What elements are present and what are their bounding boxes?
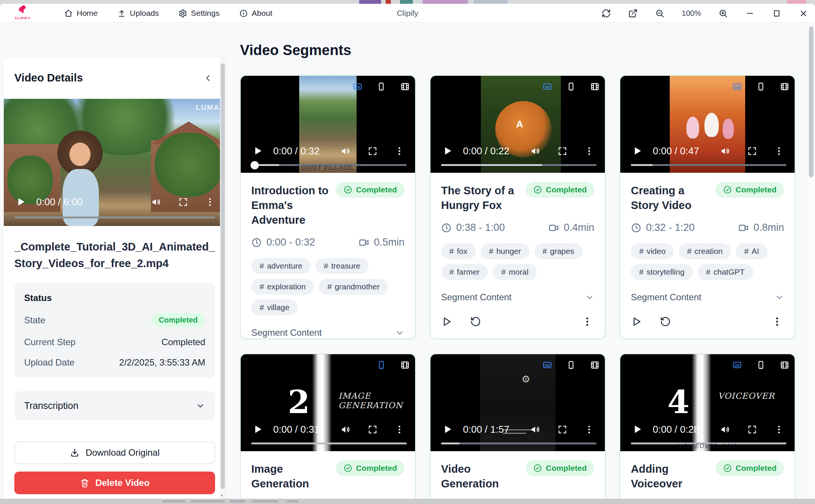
segment-content-toggle[interactable]: Segment Content <box>631 292 784 303</box>
sidebar-scrollbar-thumb[interactable] <box>221 63 225 489</box>
captions-toggle-button[interactable] <box>732 82 742 91</box>
more-options-button[interactable] <box>394 424 404 435</box>
more-options-button[interactable] <box>205 197 215 207</box>
video-progress-bar[interactable] <box>441 164 597 166</box>
more-options-button[interactable] <box>584 146 594 156</box>
zoom-in-button[interactable] <box>718 9 728 18</box>
mute-button[interactable] <box>341 424 351 435</box>
mute-button[interactable] <box>531 146 541 156</box>
mute-button[interactable] <box>531 424 541 435</box>
nav-item-uploads[interactable]: Uploads <box>117 9 159 18</box>
play-segment-button[interactable] <box>631 316 642 327</box>
fullscreen-button[interactable] <box>557 146 567 156</box>
check-circle-icon <box>343 185 352 194</box>
segment-video-player[interactable]: A 0:00 / 0:22 <box>431 76 605 173</box>
play-button[interactable] <box>251 424 265 435</box>
close-button[interactable] <box>799 9 808 18</box>
segment-video-player[interactable]: ⚙ 0:00 / 1:57 <box>431 354 605 451</box>
smartphone-toggle-button[interactable] <box>756 82 766 91</box>
captions-toggle-button[interactable] <box>543 82 552 91</box>
regenerate-segment-button[interactable] <box>660 316 671 327</box>
open-external-button[interactable] <box>628 9 638 18</box>
play-button[interactable] <box>630 424 644 435</box>
hash-icon: # <box>706 267 710 276</box>
film-toggle-button[interactable] <box>400 360 410 370</box>
smartphone-toggle-button[interactable] <box>566 360 576 370</box>
segment-menu-button[interactable] <box>582 316 593 327</box>
segment-menu-button[interactable] <box>772 316 783 327</box>
play-button[interactable] <box>440 424 455 435</box>
film-toggle-button[interactable] <box>400 82 410 91</box>
transcription-toggle[interactable]: Transcription <box>14 391 215 420</box>
segment-title: Introduction to Emma's Adventure <box>251 183 330 227</box>
smartphone-toggle-button[interactable] <box>377 82 386 91</box>
segment-video-player[interactable]: 2IMAGE GENERATION 0:00 / 0:31 <box>241 354 415 451</box>
nav-item-about[interactable]: About <box>239 9 272 18</box>
more-options-button[interactable] <box>584 424 594 435</box>
film-toggle-button[interactable] <box>780 360 789 370</box>
segment-video-player[interactable]: 0:00 / 0:47 <box>620 76 795 173</box>
download-original-button[interactable]: Download Original <box>14 441 215 464</box>
play-segment-button[interactable] <box>441 316 452 327</box>
mute-button[interactable] <box>720 424 730 435</box>
window-controls: 100% <box>601 4 808 23</box>
film-toggle-button[interactable] <box>590 360 600 370</box>
main-scrollbar-thumb[interactable] <box>809 26 813 177</box>
maximize-button[interactable] <box>772 9 781 18</box>
segment-tags: #adventure#treasure#exploration#grandmot… <box>251 258 404 315</box>
more-options-button[interactable] <box>394 146 404 156</box>
hash-icon: # <box>260 261 264 270</box>
nav-item-settings[interactable]: Settings <box>178 9 220 18</box>
delete-video-button[interactable]: Delete Video <box>14 472 215 494</box>
nav-item-home[interactable]: Home <box>64 9 98 18</box>
segment-video-player[interactable]: 4VOICEOVER 0:00 / 0:28 VOICEOVER. I AM <box>620 354 795 451</box>
main-video-player[interactable]: LUMA 0:00 / 6:00 <box>4 99 226 226</box>
regenerate-segment-button[interactable] <box>470 316 481 327</box>
segment-video-player[interactable]: 0:00 / 0:32 A QUIET VILLAGE, A <box>241 76 415 173</box>
smartphone-toggle-button[interactable] <box>756 360 766 370</box>
fullscreen-button[interactable] <box>747 424 757 435</box>
fullscreen-button[interactable] <box>368 146 378 156</box>
zoom-out-button[interactable] <box>655 9 664 18</box>
fullscreen-button[interactable] <box>557 424 567 435</box>
play-button[interactable] <box>14 197 28 207</box>
play-button[interactable] <box>440 146 455 156</box>
segment-card-1: 0:00 / 0:32 A QUIET VILLAGE, A Introduct… <box>240 75 416 339</box>
fullscreen-button[interactable] <box>178 197 188 207</box>
mute-button[interactable] <box>341 146 351 156</box>
play-button[interactable] <box>630 146 644 156</box>
captions-toggle-button[interactable] <box>732 360 742 370</box>
hash-icon: # <box>543 247 547 255</box>
video-progress-bar[interactable] <box>631 164 786 166</box>
film-toggle-button[interactable] <box>590 82 600 91</box>
minimize-button[interactable] <box>745 9 755 18</box>
more-options-button[interactable] <box>774 146 784 156</box>
more-options-button[interactable] <box>774 424 784 435</box>
tag-pill: #AI <box>736 243 767 259</box>
scroll-down-arrow-icon[interactable]: ▾ <box>221 493 223 498</box>
thumbnail-label: VOICEOVER <box>718 391 767 401</box>
video-progress-bar[interactable] <box>14 217 215 218</box>
film-toggle-button[interactable] <box>780 82 789 91</box>
mute-button[interactable] <box>151 197 161 207</box>
smartphone-toggle-button[interactable] <box>377 360 386 370</box>
captions-toggle-button[interactable] <box>543 360 552 370</box>
play-button[interactable] <box>251 146 265 156</box>
fullscreen-button[interactable] <box>368 424 378 435</box>
refresh-button[interactable] <box>601 9 611 18</box>
sidebar-scrollbar[interactable]: ▾ <box>220 57 226 499</box>
segment-content-toggle[interactable]: Segment Content <box>441 292 594 303</box>
segment-content-toggle[interactable]: Segment Content <box>251 327 404 338</box>
segment-time-range: 0:00 - 0:32 <box>266 237 315 248</box>
video-progress-bar[interactable] <box>251 443 407 444</box>
smartphone-toggle-button[interactable] <box>566 82 576 91</box>
captions-toggle-button[interactable] <box>353 82 362 91</box>
fullscreen-button[interactable] <box>747 146 757 156</box>
video-progress-bar[interactable] <box>441 443 597 444</box>
collapse-sidebar-button[interactable] <box>201 73 215 83</box>
main-scrollbar[interactable] <box>808 23 814 499</box>
status-badge: Completed <box>526 182 594 198</box>
mute-button[interactable] <box>720 146 730 156</box>
page-title: Video Segments <box>240 42 807 58</box>
tag-pill: #storytelling <box>631 264 693 280</box>
